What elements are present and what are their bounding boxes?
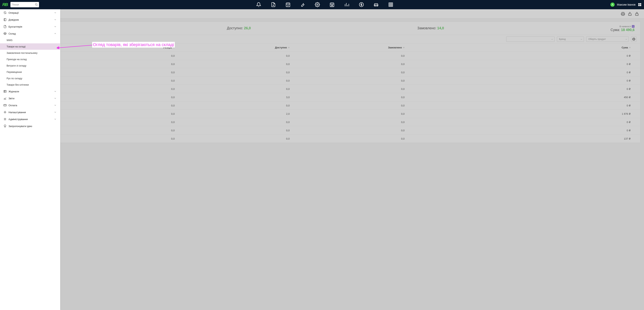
calendar-check-icon[interactable]	[286, 2, 290, 7]
calendar-user-icon[interactable]	[330, 2, 334, 7]
sidebar-subitem[interactable]: WMS	[0, 37, 60, 43]
chevron-down-icon	[54, 90, 56, 93]
sidebar-item-label: Оплата	[8, 104, 54, 107]
list-icon	[4, 118, 6, 121]
sidebar-subitem[interactable]: Товари без клітинки	[0, 82, 60, 88]
sidebar-item-label: Запропонувати ідею	[8, 125, 56, 128]
car-icon[interactable]	[374, 2, 378, 7]
topbar-user-area: Максим Іванов	[610, 2, 642, 7]
apps-grid-icon[interactable]	[638, 3, 642, 6]
sidebar-item[interactable]: Оплата	[0, 102, 60, 109]
svg-rect-38	[4, 18, 6, 21]
chevron-down-icon	[54, 104, 56, 107]
sidebar-subitem[interactable]: Замовлення постачальнику	[0, 50, 60, 56]
gear-icon	[4, 111, 6, 114]
chevron-down-icon	[54, 11, 56, 14]
sidebar-item[interactable]: Журнали	[0, 88, 60, 95]
sync-icon	[4, 11, 6, 14]
sidebar-subitem[interactable]: Переміщення	[0, 69, 60, 75]
doc-icon	[4, 25, 6, 28]
sidebar-item-label: Адміністрування	[8, 118, 54, 121]
svg-rect-22	[389, 3, 393, 6]
svg-rect-41	[4, 90, 6, 93]
topbar: RB	[0, 0, 644, 9]
username-label[interactable]: Максим Іванов	[617, 3, 636, 6]
dollar-circle-icon[interactable]	[359, 2, 364, 7]
sidebar-item[interactable]: Запропонувати ідею	[0, 123, 60, 130]
sidebar-subitem[interactable]: Приходи на склад	[0, 56, 60, 62]
sidebar-item-label: Операції	[8, 11, 54, 14]
sidebar-item[interactable]: Довідник	[0, 16, 60, 23]
main-content: Резерв: 1,0 Доступно: 26,0 Замовлено: 14…	[0, 9, 644, 310]
sidebar-item[interactable]: Адміністрування	[0, 116, 60, 123]
wrench-icon[interactable]	[300, 2, 305, 7]
svg-line-1	[37, 5, 38, 5]
svg-rect-29	[640, 3, 641, 5]
chevron-down-icon	[54, 111, 56, 114]
chevron-down-icon	[54, 97, 56, 100]
bell-icon[interactable]	[256, 2, 261, 7]
svg-rect-45	[4, 104, 6, 106]
settings-gear-icon[interactable]	[315, 2, 320, 7]
sidebar-item-label: Довідник	[8, 18, 54, 21]
search-icon	[35, 3, 38, 6]
sidebar-item[interactable]: Бухгалтерія	[0, 23, 60, 30]
app-logo: RB	[2, 2, 8, 7]
sidebar-item-label: Бухгалтерія	[8, 25, 54, 28]
sidebar-item-label: Склад	[8, 32, 54, 35]
sidebar-subitem[interactable]: Витрати зі складу	[0, 62, 60, 69]
topbar-toolbar	[39, 2, 610, 7]
svg-point-8	[317, 4, 318, 5]
svg-point-0	[35, 3, 37, 5]
file-plus-icon[interactable]	[271, 2, 276, 7]
svg-point-47	[5, 112, 6, 113]
sidebar-item[interactable]: Звіти	[0, 95, 60, 102]
table-icon	[4, 90, 6, 93]
sidebar-item-label: Налаштування	[8, 111, 54, 114]
sidebar-item[interactable]: Склад	[0, 30, 60, 37]
user-avatar[interactable]	[610, 2, 615, 7]
sidebar-item-label: Журнали	[8, 90, 54, 93]
svg-rect-31	[640, 5, 641, 6]
svg-rect-4	[286, 3, 290, 7]
bulb-icon	[4, 125, 6, 128]
svg-rect-30	[638, 5, 640, 6]
svg-rect-28	[638, 3, 640, 5]
chevron-up-icon	[54, 32, 56, 35]
sidebar: ОпераціїДовідникБухгалтеріяСкладWMSТовар…	[0, 9, 60, 310]
chart-icon	[4, 97, 6, 100]
sidebar-subitem[interactable]: Товари на складі	[0, 43, 60, 50]
card-icon	[4, 104, 6, 107]
sidebar-item[interactable]: Налаштування	[0, 109, 60, 116]
modal-dim-overlay	[0, 9, 644, 310]
sidebar-item-label: Звіти	[8, 97, 54, 100]
bar-chart-icon[interactable]	[344, 2, 349, 7]
svg-point-27	[612, 4, 613, 5]
book-icon	[4, 18, 6, 21]
chevron-down-icon	[54, 25, 56, 28]
sidebar-item[interactable]: Операції	[0, 9, 60, 16]
chevron-down-icon	[54, 18, 56, 21]
box-icon	[4, 32, 6, 35]
sidebar-subitem[interactable]: Рух по складу	[0, 75, 60, 82]
chevron-down-icon	[54, 118, 56, 121]
grid-table-icon[interactable]	[388, 2, 393, 7]
global-search[interactable]	[10, 2, 39, 7]
